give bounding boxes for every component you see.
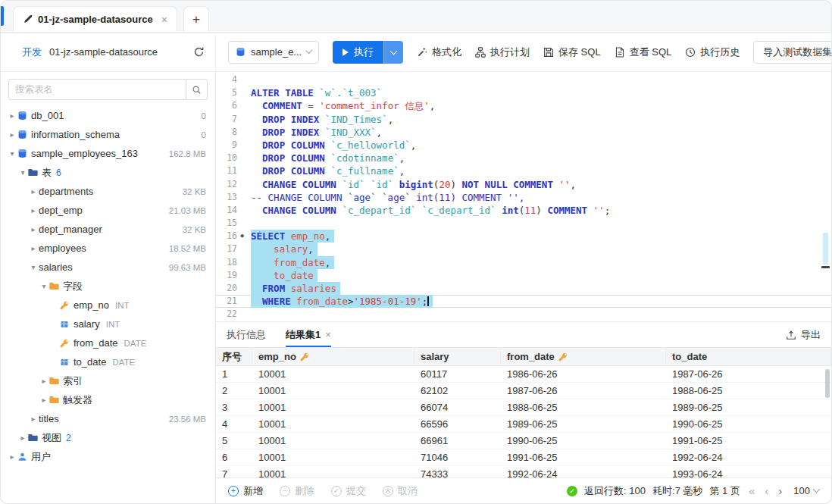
chevron-right-icon[interactable]: ▸ — [28, 206, 39, 214]
run-button[interactable]: 执行 — [333, 41, 403, 64]
code-line-5[interactable]: 5ALTER TABLE `w`.`t_003` — [216, 86, 831, 99]
chevron-down-icon[interactable]: ▾ — [28, 263, 39, 271]
tree-item-触发器[interactable]: ▸触发器 — [1, 390, 215, 409]
chevron-right-icon[interactable]: ▸ — [7, 452, 17, 461]
commit-button[interactable]: ✓提交 — [331, 484, 366, 498]
column-header-emp_no[interactable]: emp_no — [252, 348, 414, 365]
page-size-select[interactable]: 100 — [793, 485, 819, 496]
tree-item-字段[interactable]: ▾字段 — [1, 277, 215, 296]
code-line-9[interactable]: 9 DROP COLUMN `c_helloworld`, — [216, 139, 831, 152]
column-header-to_date[interactable]: to_date — [666, 348, 831, 365]
code-line-22[interactable]: 22 — [216, 308, 831, 321]
tree-item-视图[interactable]: ▸视图2 — [1, 428, 215, 447]
prev-page-icon[interactable]: ‹ — [763, 485, 770, 496]
search-icon[interactable] — [186, 80, 207, 99]
tree-item-用户[interactable]: ▸用户 — [1, 447, 215, 466]
editor-scrollbar-thumb[interactable] — [821, 266, 830, 268]
tree-item-emp_no[interactable]: emp_noINT — [1, 296, 215, 315]
tree-item-表[interactable]: ▾表6 — [1, 163, 215, 182]
code-line-12[interactable]: 12 CHANGE COLUMN `id` `id` bigint(20) NO… — [216, 178, 831, 191]
chevron-right-icon[interactable]: ▸ — [17, 434, 28, 442]
line-number: 11 — [216, 164, 237, 177]
tree-item-to_date[interactable]: to_dateDATE — [1, 352, 215, 371]
code-line-20[interactable]: 20 FROM salaries — [216, 282, 831, 295]
code-line-18[interactable]: 18 from_date, — [216, 256, 831, 269]
chevron-down-icon[interactable]: ▾ — [7, 149, 17, 158]
table-row[interactable]: 610001710461991-06-251992-06-24 — [216, 449, 831, 466]
view-sql-button[interactable]: 查看 SQL — [615, 45, 672, 59]
code-line-10[interactable]: 10 DROP COLUMN `cdotinname`, — [216, 152, 831, 164]
refresh-icon[interactable] — [193, 46, 205, 58]
code-line-16[interactable]: 16●SELECT emp_no, — [216, 230, 831, 243]
save-sql-button[interactable]: 保存 SQL — [543, 45, 601, 59]
first-page-icon[interactable]: « — [747, 485, 756, 496]
code-line-7[interactable]: 7 DROP INDEX `IND_Times`, — [216, 113, 831, 126]
tree-item-db_001[interactable]: ▸db_0010 — [1, 106, 215, 125]
sql-editor[interactable]: 45ALTER TABLE `w`.`t_003`6 COMMENT = 'co… — [216, 72, 831, 322]
table-row[interactable]: 310001660741988-06-251989-06-25 — [216, 399, 831, 416]
search-input[interactable] — [9, 84, 186, 95]
code-line-15[interactable]: 15 — [216, 217, 831, 230]
import-test-dataset-button[interactable]: 导入测试数据集 — [753, 41, 832, 64]
chevron-right-icon[interactable]: ▸ — [28, 244, 39, 252]
tree-item-titles[interactable]: ▸titles23.56 MB — [1, 409, 215, 428]
chevron-right-icon[interactable]: ▸ — [7, 111, 17, 120]
database-selector[interactable]: sample_e... — [228, 41, 319, 64]
run-options-button[interactable] — [383, 41, 403, 64]
chevron-down-icon[interactable]: ▾ — [17, 168, 28, 177]
grid-scrollbar-thumb[interactable] — [825, 369, 830, 398]
line-number: 20 — [216, 282, 237, 295]
next-page-icon[interactable]: › — [777, 485, 784, 496]
cancel-button[interactable]: ✕取消 — [383, 484, 418, 498]
code-line-17[interactable]: 17 salary, — [216, 243, 831, 255]
export-button[interactable]: 导出 — [786, 328, 821, 342]
column-type: INT — [106, 320, 120, 329]
tree-item-sample_employees_163[interactable]: ▾sample_employees_163162.8 MB — [1, 144, 215, 163]
format-button[interactable]: 格式化 — [417, 45, 461, 59]
new-tab-button[interactable]: + — [183, 6, 209, 32]
column-header-from_date[interactable]: from_date — [501, 348, 666, 365]
tree-item-salaries[interactable]: ▾salaries99.63 MB — [1, 258, 215, 277]
code-line-19[interactable]: 19 to_date — [216, 269, 831, 282]
tree-item-employees[interactable]: ▸employees18.52 MB — [1, 239, 215, 258]
tree-item-dept_emp[interactable]: ▸dept_emp21.03 MB — [1, 201, 215, 220]
chevron-right-icon[interactable]: ▸ — [39, 377, 49, 385]
code-line-4[interactable]: 4 — [216, 74, 831, 86]
code-line-14[interactable]: 14 CHANGE COLUMN `c_depart_id` `c_depart… — [216, 204, 831, 217]
column-header-序号[interactable]: 序号 — [216, 348, 252, 365]
history-button[interactable]: 执行历史 — [685, 45, 740, 59]
code-line-21[interactable]: 21 WHERE from_date>'1985-01-19'; — [216, 295, 831, 308]
tree-item-salary[interactable]: salaryINT — [1, 315, 215, 333]
table-row[interactable]: 110001601171986-06-261987-06-26 — [216, 366, 831, 383]
code-line-13[interactable]: 13-- CHANGE COLUMN `age` `age` int(11) C… — [216, 191, 831, 204]
tree-item-information_schema[interactable]: ▸information_schema0 — [1, 125, 215, 144]
table-row[interactable]: 410001665961989-06-251990-06-25 — [216, 416, 831, 433]
chevron-right-icon[interactable]: ▸ — [7, 130, 17, 139]
chevron-right-icon[interactable]: ▸ — [39, 396, 49, 404]
tree-item-from_date[interactable]: from_dateDATE — [1, 333, 215, 352]
table-row[interactable]: 510001669611990-06-251991-06-25 — [216, 433, 831, 449]
tree-item-dept_manager[interactable]: ▸dept_manager32 KB — [1, 220, 215, 239]
close-icon[interactable]: × — [325, 329, 331, 340]
tree-item-departments[interactable]: ▸departments32 KB — [1, 182, 215, 201]
explain-button[interactable]: 执行计划 — [475, 45, 530, 59]
add-row-button[interactable]: +新增 — [228, 484, 263, 498]
code-line-6[interactable]: 6 COMMENT = 'comment_infor 信息', — [216, 99, 831, 112]
code-text: FROM salaries — [251, 282, 340, 295]
chevron-right-icon[interactable]: ▸ — [28, 187, 39, 196]
chevron-down-icon[interactable]: ▾ — [39, 282, 49, 290]
tab-result-set-1[interactable]: 结果集1× — [286, 322, 331, 347]
table-row[interactable]: 210001621021987-06-261988-06-25 — [216, 383, 831, 399]
tab-execution-info[interactable]: 执行信息 — [227, 322, 266, 347]
column-header-salary[interactable]: salary — [414, 348, 501, 365]
delete-row-button[interactable]: −删除 — [280, 484, 314, 498]
chevron-right-icon[interactable]: ▸ — [28, 415, 39, 423]
tree-item-索引[interactable]: ▸索引 — [1, 371, 215, 390]
code-line-8[interactable]: 8 DROP INDEX `IND_XXX`, — [216, 126, 831, 139]
tab-datasource[interactable]: 01-jz-sample-datasource × — [13, 6, 177, 32]
overview-selection-mark — [823, 233, 828, 265]
code-line-11[interactable]: 11 DROP COLUMN `c_fullname`, — [216, 164, 831, 177]
chevron-right-icon[interactable]: ▸ — [28, 225, 39, 233]
close-icon[interactable]: × — [161, 14, 167, 26]
table-row[interactable]: 710001743331992-06-241993-06-24 — [216, 466, 831, 477]
